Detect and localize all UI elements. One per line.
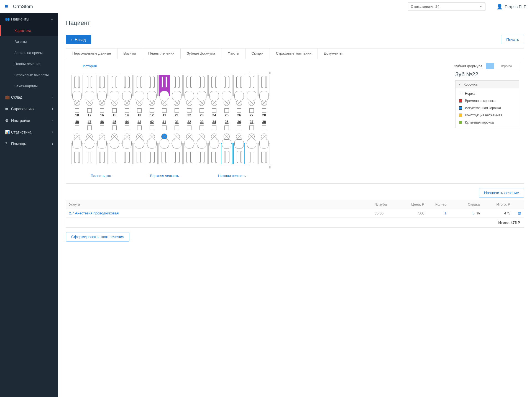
tooth-square[interactable]	[187, 125, 191, 130]
tooth-number[interactable]: 22	[183, 113, 195, 117]
tooth-cell[interactable]	[196, 143, 208, 164]
crown-section-header[interactable]: ▼ Коронка	[455, 80, 519, 88]
tab-visits[interactable]: Визиты	[117, 48, 142, 59]
form-plan-button[interactable]: Сформировать план лечения	[66, 232, 129, 242]
cavity-link[interactable]: Полость рта	[91, 174, 111, 178]
tooth-cell[interactable]	[171, 75, 183, 96]
tooth-number[interactable]: 12	[146, 113, 158, 117]
tooth-cell[interactable]	[71, 75, 83, 96]
tooth-square[interactable]	[137, 108, 142, 113]
tooth-square[interactable]	[112, 125, 117, 130]
tooth-cell[interactable]	[96, 143, 108, 164]
tooth-square[interactable]	[262, 125, 266, 130]
sidebar-sub-plans[interactable]: Планы лечения	[0, 58, 58, 69]
tooth-square[interactable]	[125, 108, 129, 113]
tooth-square[interactable]	[125, 125, 129, 130]
tooth-square[interactable]	[200, 108, 204, 113]
tooth-cell[interactable]	[146, 75, 158, 96]
tooth-number[interactable]: 42	[146, 120, 158, 124]
tooth-cell[interactable]	[121, 143, 133, 164]
tooth-number[interactable]: 28	[258, 113, 270, 117]
tooth-number[interactable]: 37	[246, 120, 257, 124]
tooth-square[interactable]	[100, 108, 104, 113]
tooth-square[interactable]	[162, 108, 167, 113]
cell-discount[interactable]: 5 %	[449, 209, 483, 218]
tooth-number[interactable]: 17	[84, 113, 95, 117]
tooth-square[interactable]	[249, 108, 254, 113]
tooth-cell[interactable]	[96, 75, 108, 96]
tooth-number[interactable]: 18	[71, 113, 83, 117]
tab-files[interactable]: Файлы	[221, 48, 245, 59]
tooth-square[interactable]	[87, 125, 92, 130]
service-link[interactable]: 2.7 Анестезия проводниковая	[66, 209, 372, 218]
tooth-cell[interactable]	[84, 143, 95, 164]
assign-treatment-button[interactable]: Назначить лечение	[479, 188, 524, 198]
tooth-number[interactable]: 46	[96, 120, 108, 124]
tooth-square[interactable]	[249, 125, 254, 130]
print-button[interactable]: Печать	[501, 35, 524, 44]
tooth-square[interactable]	[175, 108, 179, 113]
tooth-number[interactable]: 48	[71, 120, 83, 124]
sidebar-sub-orders[interactable]: Заказ-наряды	[0, 80, 58, 91]
tooth-number[interactable]: 26	[233, 113, 245, 117]
tooth-square[interactable]	[224, 108, 229, 113]
tooth-number[interactable]: 25	[221, 113, 232, 117]
tooth-number[interactable]: 47	[84, 120, 95, 124]
tab-personal[interactable]: Персональные данные	[66, 48, 117, 59]
tooth-number[interactable]: 36	[233, 120, 245, 124]
tooth-cell[interactable]	[208, 143, 220, 164]
tooth-number[interactable]: 23	[196, 113, 208, 117]
sidebar-sub-visits[interactable]: Визиты	[0, 36, 58, 47]
tooth-cell[interactable]	[246, 143, 257, 164]
tooth-cell[interactable]	[171, 143, 183, 164]
crown-option[interactable]: Временная коронка	[456, 97, 519, 104]
crown-option[interactable]: Конструкция несъемная	[456, 112, 519, 119]
sidebar-sub-insurance[interactable]: Страховые выплаты	[0, 69, 58, 80]
tooth-cell[interactable]	[121, 75, 133, 96]
tooth-cell[interactable]	[208, 75, 220, 96]
tooth-cell[interactable]	[134, 143, 145, 164]
tooth-number[interactable]: 33	[196, 120, 208, 124]
tooth-number[interactable]: 38	[258, 120, 270, 124]
tooth-number[interactable]: 15	[109, 113, 120, 117]
lower-jaw-link[interactable]: Нижняя челюсть	[218, 174, 245, 178]
tooth-number[interactable]: 27	[246, 113, 257, 117]
cell-qty[interactable]: 1	[427, 209, 449, 218]
sidebar-item-settings[interactable]: ⚙ Настройки ›	[0, 115, 58, 126]
tooth-square[interactable]	[162, 125, 167, 130]
tooth-cell[interactable]	[233, 143, 245, 164]
crown-option[interactable]: Искусственная коронка	[456, 104, 519, 112]
tooth-number[interactable]: 44	[121, 120, 133, 124]
tooth-square[interactable]	[75, 108, 79, 113]
upper-jaw-link[interactable]: Верхняя челюсть	[150, 174, 179, 178]
sidebar-item-refs[interactable]: ≣ Справочники ›	[0, 103, 58, 115]
tooth-square[interactable]	[212, 125, 216, 130]
tooth-cell[interactable]	[158, 75, 170, 96]
tooth-square[interactable]	[87, 108, 92, 113]
sidebar-item-help[interactable]: ? Помощь ›	[0, 138, 58, 150]
tooth-number[interactable]: 11	[158, 113, 170, 117]
tooth-number[interactable]: 24	[208, 113, 220, 117]
tooth-number[interactable]: 41	[158, 120, 170, 124]
formula-age-toggle[interactable]: Взросла	[486, 63, 519, 69]
clinic-select[interactable]: Стоматология 24 ▼	[408, 2, 485, 11]
tooth-cell[interactable]	[246, 75, 257, 96]
tab-discounts[interactable]: Скидки	[245, 48, 270, 59]
tooth-square[interactable]	[237, 125, 241, 130]
tooth-square[interactable]	[212, 108, 216, 113]
tooth-cell[interactable]	[183, 75, 195, 96]
tooth-cell[interactable]	[146, 143, 158, 164]
back-button[interactable]: ‹ Назад	[66, 35, 91, 44]
tooth-cell[interactable]	[84, 75, 95, 96]
crown-option[interactable]: Культевая коронка	[456, 119, 519, 126]
tooth-number[interactable]: 34	[208, 120, 220, 124]
tab-insurance[interactable]: Страховые компании	[270, 48, 318, 59]
tooth-cell[interactable]	[258, 75, 270, 96]
tooth-number[interactable]: 45	[109, 120, 120, 124]
tooth-square[interactable]	[150, 108, 154, 113]
tooth-cell[interactable]	[134, 75, 145, 96]
tab-plans[interactable]: Планы лечения	[142, 48, 181, 59]
tooth-square[interactable]	[175, 125, 179, 130]
trash-icon[interactable]: 🗑	[518, 211, 521, 215]
tooth-number[interactable]: 13	[134, 113, 145, 117]
